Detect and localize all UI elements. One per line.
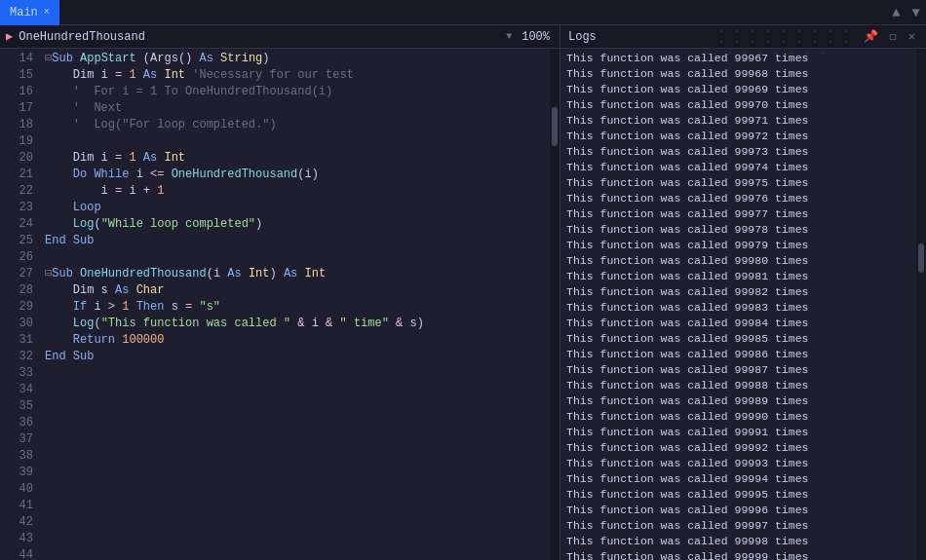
log-line: This function was called 99983 times	[566, 300, 910, 316]
tab-bar: Main × ▲ ▼	[0, 0, 926, 25]
code-line: ⊟Sub OneHundredThousand(i As Int) As Int	[45, 266, 550, 282]
code-line: End Sub	[45, 233, 550, 249]
logs-scrollbar[interactable]	[916, 49, 926, 560]
code-line: i = i + 1	[45, 183, 550, 200]
main-tab-label: Main	[10, 6, 38, 19]
line-number: 35	[0, 398, 33, 415]
line-number: 24	[0, 216, 33, 233]
line-numbers: 1415161718192021222324252627282930313233…	[0, 49, 41, 560]
log-line: This function was called 99980 times	[566, 253, 910, 269]
line-number: 30	[0, 316, 33, 332]
log-line: This function was called 99987 times	[566, 362, 910, 378]
log-line: This function was called 99996 times	[566, 503, 910, 518]
code-line	[45, 431, 550, 448]
log-line: This function was called 99992 times	[566, 440, 910, 456]
log-line: This function was called 99982 times	[566, 284, 910, 300]
code-line: Dim s As Char	[45, 282, 550, 299]
content-row: ▶ OneHundredThousand ▼ 100% 141516171819…	[0, 25, 926, 560]
log-line: This function was called 99994 times	[566, 471, 910, 487]
line-number: 31	[0, 332, 33, 349]
log-line: This function was called 99969 times	[566, 82, 910, 97]
editor-scrollbar-thumb[interactable]	[552, 107, 558, 146]
log-line: This function was called 99979 times	[566, 238, 910, 253]
tab-nav-right[interactable]: ▼	[907, 0, 926, 25]
file-icon: ▶	[6, 29, 13, 44]
line-number: 42	[0, 514, 33, 531]
code-line	[45, 547, 550, 560]
code-line: Return 100000	[45, 332, 550, 349]
code-line: ' For i = 1 To OneHundredThousand(i)	[45, 84, 550, 100]
line-number: 26	[0, 249, 33, 266]
line-number: 43	[0, 531, 33, 547]
code-line: Log("While loop completed")	[45, 216, 550, 233]
line-number: 18	[0, 117, 33, 133]
file-dropdown[interactable]: ▼	[506, 31, 512, 42]
line-number: 44	[0, 547, 33, 560]
logs-panel: Logs · · · · · · · · · · · · · · · · · ·…	[560, 25, 926, 560]
log-line: This function was called 99999 times	[566, 549, 910, 560]
code-line: ⊟Sub AppStart (Args() As String)	[45, 51, 550, 67]
code-line	[45, 365, 550, 382]
code-line: If i > 1 Then s = "s"	[45, 299, 550, 316]
line-number: 14	[0, 51, 33, 67]
logs-pin-btn[interactable]: 📌	[861, 29, 881, 44]
log-line: This function was called 99997 times	[566, 518, 910, 534]
code-line	[45, 382, 550, 398]
code-line	[45, 531, 550, 547]
log-line: This function was called 99986 times	[566, 347, 910, 362]
code-line	[45, 249, 550, 266]
line-number: 39	[0, 465, 33, 481]
log-line: This function was called 99976 times	[566, 191, 910, 206]
log-line: This function was called 99973 times	[566, 144, 910, 160]
log-line: This function was called 99974 times	[566, 160, 910, 175]
line-number: 33	[0, 365, 33, 382]
log-line: This function was called 99975 times	[566, 175, 910, 191]
line-number: 41	[0, 498, 33, 514]
code-line: End Sub	[45, 349, 550, 365]
log-line: This function was called 99972 times	[566, 129, 910, 144]
log-line: This function was called 99985 times	[566, 331, 910, 347]
log-line: This function was called 99988 times	[566, 378, 910, 393]
code-line	[45, 448, 550, 465]
code-line	[45, 514, 550, 531]
line-number: 20	[0, 150, 33, 167]
log-line: This function was called 99984 times	[566, 316, 910, 331]
log-line: This function was called 99990 times	[566, 409, 910, 425]
line-number: 23	[0, 200, 33, 216]
editor-scrollbar[interactable]	[550, 49, 559, 560]
code-line: Dim i = 1 As Int 'Necessary for our test	[45, 67, 550, 84]
logs-close-btn[interactable]: ✕	[906, 29, 918, 44]
line-number: 40	[0, 481, 33, 498]
code-line: Loop	[45, 200, 550, 216]
zoom-level: 100%	[518, 30, 554, 44]
code-line: Do While i <= OneHundredThousand(i)	[45, 167, 550, 183]
log-line: This function was called 99968 times	[566, 66, 910, 82]
editor-body: 1415161718192021222324252627282930313233…	[0, 49, 559, 560]
logs-scrollbar-thumb[interactable]	[918, 243, 924, 273]
logs-content[interactable]: This function was called 99967 timesThis…	[560, 49, 916, 560]
main-tab[interactable]: Main ×	[0, 0, 59, 25]
line-number: 32	[0, 349, 33, 365]
line-number: 21	[0, 167, 33, 183]
line-number: 28	[0, 282, 33, 299]
line-number: 25	[0, 233, 33, 249]
line-number: 17	[0, 100, 33, 117]
logs-title: Logs	[568, 30, 709, 44]
tab-nav-left[interactable]: ▲	[886, 0, 906, 25]
code-line	[45, 481, 550, 498]
code-line	[45, 398, 550, 415]
log-line: This function was called 99981 times	[566, 269, 910, 284]
code-line: ' Log("For loop completed.")	[45, 117, 550, 133]
code-line	[45, 133, 550, 150]
editor-panel: ▶ OneHundredThousand ▼ 100% 141516171819…	[0, 25, 560, 560]
code-area[interactable]: ⊟Sub AppStart (Args() As String) Dim i =…	[41, 49, 550, 560]
log-line: This function was called 99991 times	[566, 425, 910, 440]
line-number: 29	[0, 299, 33, 316]
code-line	[45, 465, 550, 481]
line-number: 36	[0, 415, 33, 431]
log-line: This function was called 99993 times	[566, 456, 910, 471]
main-tab-close[interactable]: ×	[44, 7, 50, 18]
code-line	[45, 498, 550, 514]
line-number: 19	[0, 133, 33, 150]
logs-float-btn[interactable]: ◻	[887, 29, 900, 44]
